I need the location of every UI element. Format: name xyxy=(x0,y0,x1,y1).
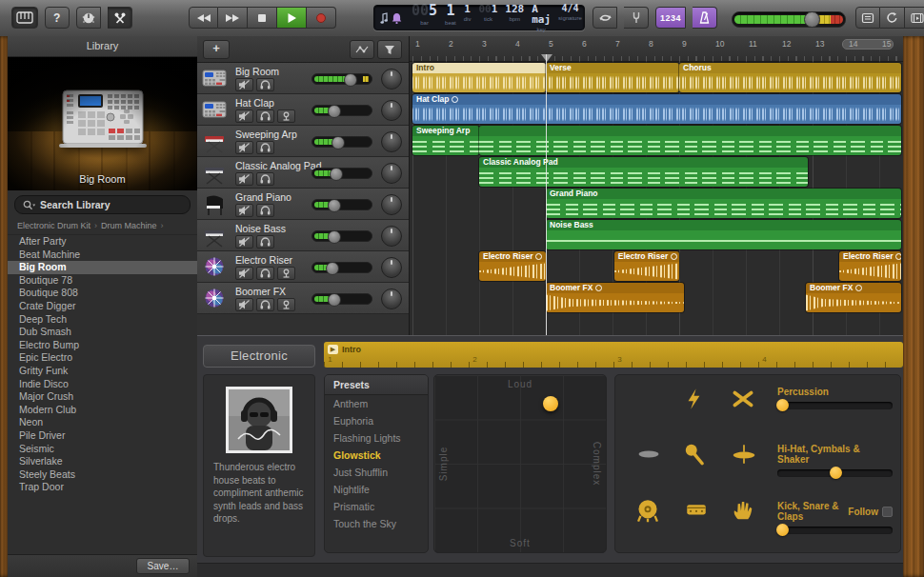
track-header-grand-piano[interactable]: Grand Piano xyxy=(197,189,409,220)
solo-button[interactable] xyxy=(256,172,274,186)
library-item-neon[interactable]: Neon xyxy=(8,416,197,429)
preset-just-shufflin[interactable]: Just Shufflin xyxy=(325,464,428,481)
region-item[interactable] xyxy=(479,126,901,155)
breadcrumb-segment[interactable]: Electronic Drum Kit xyxy=(17,221,90,230)
volume-thumb[interactable] xyxy=(331,136,345,149)
cycle-button[interactable] xyxy=(593,7,617,29)
track-header-big-room[interactable]: Big Room xyxy=(197,63,409,94)
mute-button[interactable] xyxy=(235,235,253,249)
preset-anthem[interactable]: Anthem xyxy=(325,395,428,412)
slider-track[interactable] xyxy=(777,469,893,477)
hihat-toggle[interactable] xyxy=(730,442,762,474)
mute-button[interactable] xyxy=(235,267,253,280)
track-volume-slider[interactable] xyxy=(311,262,372,273)
library-item-modern-club[interactable]: Modern Club xyxy=(8,404,197,417)
library-item-silverlake[interactable]: Silverlake xyxy=(8,455,197,468)
stop-button[interactable] xyxy=(248,7,277,29)
forward-button[interactable] xyxy=(218,7,248,29)
track-volume-slider[interactable] xyxy=(311,136,372,148)
track-filter-button[interactable] xyxy=(377,40,402,59)
region-boomer-fx[interactable]: Boomer FX xyxy=(546,283,684,312)
pan-knob[interactable] xyxy=(381,163,402,184)
cell-play-icon[interactable]: ▶ xyxy=(328,345,338,354)
track-header-noise-bass[interactable]: Noise Bass xyxy=(197,220,409,251)
solo-button[interactable] xyxy=(256,109,274,123)
notepad-button[interactable] xyxy=(855,7,880,29)
library-item-seismic[interactable]: Seismic xyxy=(8,443,197,456)
follow-control[interactable]: Follow xyxy=(848,507,893,517)
timeline-ruler[interactable]: 123456789101112131415 xyxy=(410,36,903,62)
track-header-classic-analog-pad[interactable]: Classic Analog Pad xyxy=(197,157,409,189)
volume-thumb[interactable] xyxy=(328,293,341,307)
preset-euphoria[interactable]: Euphoria xyxy=(325,412,428,429)
cymbal-toggle[interactable] xyxy=(634,442,667,474)
solo-button[interactable] xyxy=(256,141,274,154)
category-selector-button[interactable]: Electronic xyxy=(203,345,315,368)
preset-flashing-lights[interactable]: Flashing Lights xyxy=(325,429,428,447)
drumsticks-toggle[interactable] xyxy=(730,387,762,419)
volume-thumb[interactable] xyxy=(328,199,341,212)
save-button[interactable]: Save… xyxy=(136,558,190,574)
library-item-gritty-funk[interactable]: Gritty Funk xyxy=(8,365,197,378)
input-button[interactable] xyxy=(277,109,295,123)
metronome-button[interactable] xyxy=(693,7,717,29)
library-item-electro-bump[interactable]: Electro Bump xyxy=(8,339,197,352)
pan-knob[interactable] xyxy=(381,226,402,247)
track-volume-slider[interactable] xyxy=(311,168,372,179)
preset-prismatic[interactable]: Prismatic xyxy=(325,498,428,515)
preset-glowstick[interactable]: Glowstick xyxy=(325,447,428,464)
slider-thumb[interactable] xyxy=(830,467,842,479)
count-in-button[interactable]: 1234 xyxy=(655,7,686,29)
library-item-indie-disco[interactable]: Indie Disco xyxy=(8,378,197,391)
tuner-button[interactable] xyxy=(76,7,101,29)
snare-drum-toggle[interactable] xyxy=(682,497,714,529)
region-hat-clap[interactable]: Hat Clap xyxy=(412,94,901,124)
volume-thumb[interactable] xyxy=(330,168,343,181)
quick-help-button[interactable]: ? xyxy=(45,7,70,29)
slider-thumb[interactable] xyxy=(776,524,789,536)
library-item-boutique-808[interactable]: Boutique 808 xyxy=(8,287,197,300)
pan-knob[interactable] xyxy=(381,257,402,278)
library-item-epic-electro[interactable]: Epic Electro xyxy=(8,351,197,365)
xy-puck[interactable] xyxy=(543,396,558,411)
region-electro-riser[interactable]: Electro Riser xyxy=(839,251,901,281)
preset-nightlife[interactable]: Nightlife xyxy=(325,481,428,498)
library-item-big-room[interactable]: Big Room xyxy=(8,261,197,274)
library-item-major-crush[interactable]: Major Crush xyxy=(8,390,197,404)
region-electro-riser[interactable]: Electro Riser xyxy=(614,251,679,281)
region-verse[interactable]: Verse xyxy=(546,63,679,92)
region-sweeping-arp[interactable]: Sweeping Arp xyxy=(412,126,479,155)
library-item-steely-beats[interactable]: Steely Beats xyxy=(8,468,197,482)
mute-button[interactable] xyxy=(235,172,253,186)
mute-button[interactable] xyxy=(235,298,253,311)
solo-button[interactable] xyxy=(256,298,274,311)
slider-track[interactable] xyxy=(777,402,893,409)
record-button[interactable] xyxy=(307,7,336,29)
tuning-fork-button[interactable] xyxy=(624,7,649,29)
clap-hand-toggle[interactable] xyxy=(730,497,762,529)
master-volume-slider[interactable] xyxy=(732,11,846,28)
track-header-electro-riser[interactable]: Electro Riser xyxy=(197,251,409,283)
lightning-toggle[interactable] xyxy=(682,387,714,419)
region-grand-piano[interactable]: Grand Piano xyxy=(546,189,901,218)
breadcrumb-segment[interactable]: Drum Machine xyxy=(101,221,157,230)
cell-editor-ruler[interactable]: ▶ Intro 1234 xyxy=(324,342,903,368)
solo-button[interactable] xyxy=(256,204,274,217)
rewind-button[interactable] xyxy=(189,7,218,29)
track-volume-slider[interactable] xyxy=(311,105,372,116)
volume-thumb[interactable] xyxy=(328,230,341,244)
input-button[interactable] xyxy=(277,267,295,280)
library-item-dub-smash[interactable]: Dub Smash xyxy=(8,326,197,339)
region-electro-riser[interactable]: Electro Riser xyxy=(479,251,546,281)
volume-thumb[interactable] xyxy=(326,262,339,275)
search-library-field[interactable]: Search Library xyxy=(14,195,191,214)
slider-track[interactable] xyxy=(777,527,893,534)
library-item-after-party[interactable]: After Party xyxy=(8,235,197,249)
loop-browser-button[interactable] xyxy=(880,7,905,29)
volume-thumb[interactable] xyxy=(328,105,341,118)
library-item-deep-tech[interactable]: Deep Tech xyxy=(8,313,197,327)
region-intro[interactable]: Intro xyxy=(412,63,546,92)
pan-knob[interactable] xyxy=(381,194,402,215)
track-volume-slider[interactable] xyxy=(311,73,372,85)
region-classic-analog-pad[interactable]: Classic Analog Pad xyxy=(479,157,808,187)
